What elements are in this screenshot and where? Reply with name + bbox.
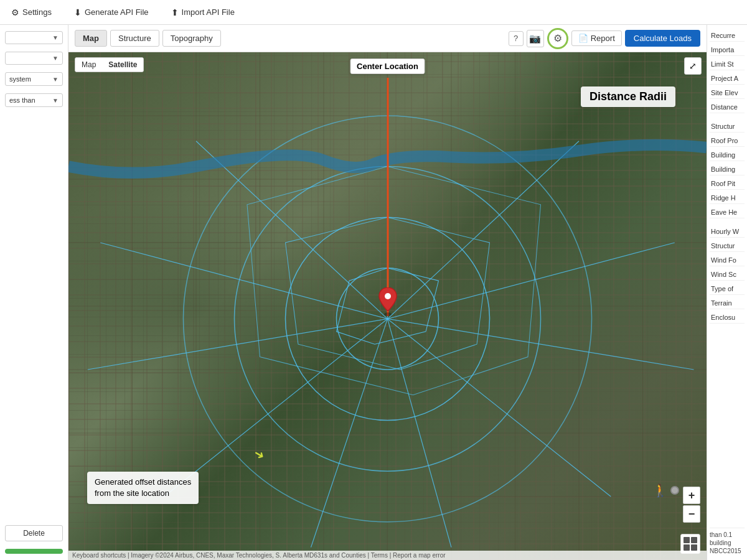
help-button[interactable]: ? [509,31,524,46]
map-area: Map Structure Topography ? 📷 ⚙ 📄 Report … [68,25,707,560]
svg-line-22 [388,243,675,319]
map-type-satellite-button[interactable]: Satellite [102,58,143,72]
settings-circle-button[interactable]: ⚙ [547,28,568,49]
grid-cell-1 [684,537,690,543]
report-icon: 📄 [578,34,588,43]
import-api-menu-item[interactable]: ⬆ Import API File [166,5,240,20]
right-item-building-1[interactable]: Building [710,149,745,161]
right-item-project[interactable]: Project A [710,73,745,85]
location-pin [378,287,397,316]
right-item-wind-speed[interactable]: Wind Sc [710,269,745,281]
map-type-map-button[interactable]: Map [75,58,102,72]
right-item-terrain[interactable]: Terrain [710,297,745,309]
vertical-center-line [387,78,388,317]
camera-button[interactable]: 📷 [527,30,544,47]
dropdown-1[interactable]: ▼ [5,31,63,44]
grid-cell-3 [684,544,690,551]
progress-bar [5,549,63,554]
dropdown-system[interactable]: system ▼ [5,72,63,86]
svg-line-27 [164,319,388,497]
main-content: ▼ ▼ system ▼ ess than ▼ Delete Map Struc… [0,25,747,560]
map-toolbar: Map Structure Topography ? 📷 ⚙ 📄 Report … [68,25,707,52]
top-bar: ⚙ Settings ⬇ Generate API File ⬆ Import … [0,0,747,25]
calculate-loads-button[interactable]: Calculate Loads [625,30,700,47]
right-item-building-2[interactable]: Building [710,164,745,175]
right-item-hourly-wind[interactable]: Hourly W [710,226,745,238]
right-sidebar: Recurre Importa Limit St Project A Site … [707,25,747,560]
grid-cell-4 [691,544,697,551]
right-item-limit-state[interactable]: Limit St [710,58,745,70]
pegman-area: 🚶 [652,483,679,498]
bottom-code: NBCC2015 [710,548,741,554]
chevron-down-icon-2: ▼ [52,55,59,62]
upload-icon: ⬆ [171,7,179,17]
right-item-roof-profile[interactable]: Roof Pro [710,135,745,147]
map-type-toggle: Map Satellite [75,57,144,72]
left-sidebar: ▼ ▼ system ▼ ess than ▼ Delete [0,25,68,560]
right-item-eave-height[interactable]: Eave He [710,207,745,218]
right-item-site-elev[interactable]: Site Elev [710,87,745,99]
right-item-distance[interactable]: Distance [710,101,745,113]
tab-structure[interactable]: Structure [110,30,159,47]
chevron-down-icon-4: ▼ [52,97,59,104]
right-item-enclosure[interactable]: Enclosu [710,312,745,324]
right-item-recurrence[interactable]: Recurre [710,30,745,42]
tab-topography[interactable]: Topography [162,30,221,47]
grid-cell-2 [691,537,697,543]
report-label: Report [591,34,615,43]
svg-line-29 [100,243,387,319]
download-icon: ⬇ [74,7,82,17]
distance-radii-label: Distance Radii [581,86,675,107]
generate-api-label: Generate API File [85,7,149,17]
import-api-label: Import API File [182,7,235,17]
bottom-note-text: than 0.1 building [710,531,732,546]
offset-distances-tooltip: Generated offset distances from the site… [87,472,199,504]
right-item-roof-pitch[interactable]: Roof Pit [710,178,745,190]
map-container[interactable]: Map Satellite Center Location Distance R… [68,52,707,560]
dropdown-less-than-value: ess than [9,96,35,104]
settings-menu-item[interactable]: ⚙ Settings [6,5,57,20]
svg-point-34 [385,293,391,299]
offset-line-1: Generated offset distances [95,477,191,487]
right-item-wind-force[interactable]: Wind Fo [710,254,745,266]
zoom-in-button[interactable]: + [683,487,700,504]
right-bottom-note: than 0.1 building NBCC2015 [710,528,745,555]
right-item-type-of[interactable]: Type of [710,283,745,295]
dropdown-less-than[interactable]: ess than ▼ [5,93,63,107]
dropdown-system-value: system [9,75,31,83]
zoom-out-button[interactable]: − [683,505,700,523]
map-attribution: Keyboard shortcuts | Imagery ©2024 Airbu… [68,551,707,560]
svg-line-24 [388,319,611,497]
offset-line-2: from the site location [95,488,169,498]
pegman-icon[interactable]: 🚶 [652,483,668,498]
dropdown-2[interactable]: ▼ [5,52,63,65]
fullscreen-button[interactable]: ⤢ [684,57,702,75]
center-location-label: Center Location [350,58,425,74]
right-item-structure[interactable]: Structur [710,121,745,133]
settings-label: Settings [22,7,52,17]
right-item-structural[interactable]: Structur [710,240,745,252]
chevron-down-icon-3: ▼ [52,76,59,83]
chevron-down-icon-1: ▼ [52,34,59,41]
map-controls: + − [683,487,700,523]
pegman-dot [670,486,679,495]
right-item-ridge-height[interactable]: Ridge H [710,192,745,204]
generate-api-menu-item[interactable]: ⬇ Generate API File [69,5,154,20]
svg-line-28 [88,319,388,370]
report-button[interactable]: 📄 Report [571,30,622,46]
delete-button[interactable]: Delete [5,525,63,541]
right-item-importance[interactable]: Importa [710,44,745,56]
tab-map[interactable]: Map [75,30,107,47]
settings-icon: ⚙ [11,7,19,17]
